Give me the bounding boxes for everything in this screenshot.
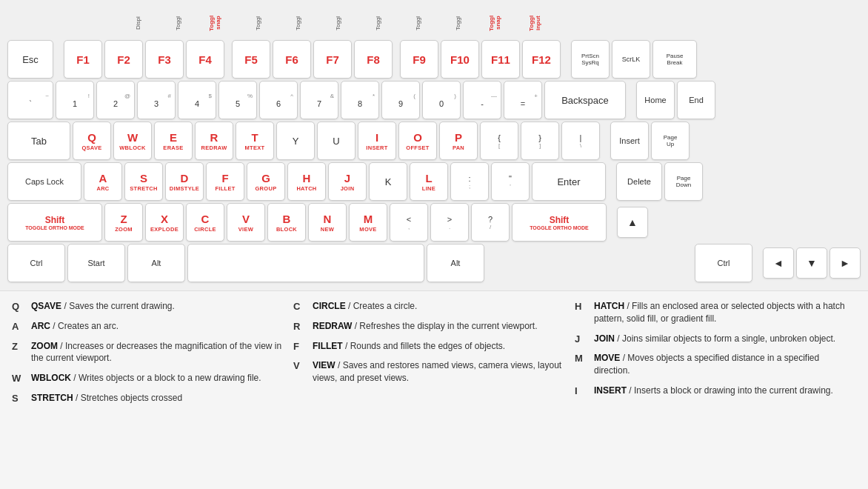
key-c[interactable]: CCIRCLE: [186, 203, 224, 242]
key-period[interactable]: >.: [430, 203, 469, 242]
key-z[interactable]: ZZOOM: [104, 203, 143, 242]
key-scrlk[interactable]: ScrLK: [612, 40, 650, 79]
key-minus[interactable]: —-: [463, 81, 501, 119]
key-d[interactable]: DDIMSTYLE: [165, 162, 204, 201]
key-pagedown[interactable]: PageDown: [664, 162, 703, 201]
desc-col-2: C CIRCLE / Creates a circle. R REDRAW / …: [293, 300, 575, 412]
key-1[interactable]: !1: [56, 81, 94, 119]
key-h[interactable]: HHATCH: [287, 162, 326, 201]
desc-s: S STRETCH / Stretches objects crossed: [12, 392, 286, 405]
key-n[interactable]: NNEW: [308, 203, 347, 242]
desc-col-3: H HATCH / Fills an enclosed area or sele…: [575, 300, 856, 412]
key-rbracket[interactable]: }]: [521, 122, 559, 160]
top-label-7: Toggl: [384, 9, 422, 37]
key-f2[interactable]: F2: [104, 40, 143, 79]
bottom-row: Ctrl Start Alt Alt Ctrl ◄ ▼ ►: [7, 244, 861, 282]
key-f5[interactable]: F5: [232, 40, 270, 79]
key-3[interactable]: #3: [137, 81, 176, 119]
desc-m: M MOVE / Moves objects a specified dista…: [575, 352, 849, 377]
desc-q: Q QSAVE / Saves the current drawing.: [12, 300, 286, 313]
key-4[interactable]: $4: [178, 81, 216, 119]
desc-c: C CIRCLE / Creates a circle.: [293, 300, 567, 313]
key-k[interactable]: K: [369, 162, 407, 201]
key-start[interactable]: Start: [67, 244, 125, 282]
key-ctrl-left[interactable]: Ctrl: [7, 244, 65, 282]
key-x[interactable]: XEXPLODE: [145, 203, 184, 242]
asdf-row: Caps Lock AARC SSTRETCH DDIMSTYLE FFILLE…: [7, 162, 861, 201]
key-shift-left[interactable]: Shift TOGGLE ORTHO MODE: [7, 203, 102, 242]
key-ctrl-right[interactable]: Ctrl: [695, 244, 752, 282]
key-g[interactable]: GGROUP: [247, 162, 285, 201]
key-f9[interactable]: F9: [400, 40, 438, 79]
key-arrow-left[interactable]: ◄: [763, 247, 794, 279]
key-l[interactable]: LLINE: [410, 162, 448, 201]
key-backtick[interactable]: ~ `: [7, 81, 53, 119]
key-2[interactable]: @2: [96, 81, 135, 119]
key-j[interactable]: JJOIN: [328, 162, 367, 201]
key-p[interactable]: PPAN: [439, 122, 478, 160]
key-8[interactable]: *8: [341, 81, 379, 119]
key-f4[interactable]: F4: [186, 40, 224, 79]
key-end[interactable]: End: [677, 81, 715, 119]
key-arrow-down[interactable]: ▼: [796, 247, 827, 279]
key-6[interactable]: ^6: [259, 81, 298, 119]
desc-h: H HATCH / Fills an enclosed area or sele…: [575, 300, 849, 325]
key-pageup[interactable]: PageUp: [651, 122, 690, 160]
key-tab[interactable]: Tab: [7, 122, 70, 160]
key-f12[interactable]: F12: [522, 40, 561, 79]
key-home[interactable]: Home: [636, 81, 675, 119]
key-a[interactable]: AARC: [84, 162, 122, 201]
key-arrow-right[interactable]: ►: [829, 247, 861, 279]
key-delete[interactable]: Delete: [616, 162, 662, 201]
key-backspace[interactable]: Backspace: [544, 81, 626, 119]
key-f1[interactable]: F1: [64, 40, 102, 79]
key-u[interactable]: U: [317, 122, 355, 160]
key-y[interactable]: Y: [276, 122, 315, 160]
key-equals[interactable]: +=: [504, 81, 542, 119]
key-e[interactable]: EERASE: [154, 122, 193, 160]
key-m[interactable]: MMOVE: [349, 203, 387, 242]
key-prtscn[interactable]: PrtScnSysRq: [571, 40, 610, 79]
key-f6[interactable]: F6: [273, 40, 311, 79]
key-arrow-up[interactable]: ▲: [617, 207, 648, 238]
key-capslock[interactable]: Caps Lock: [7, 162, 81, 201]
key-esc[interactable]: Esc: [7, 40, 53, 79]
key-semicolon[interactable]: :;: [450, 162, 489, 201]
key-quote[interactable]: "': [491, 162, 530, 201]
top-label-0: Displ: [104, 9, 142, 37]
descriptions-section: Q QSAVE / Saves the current drawing. A A…: [0, 291, 868, 418]
key-w[interactable]: WWBLOCK: [113, 122, 152, 160]
key-t[interactable]: TMTEXT: [236, 122, 274, 160]
key-insert[interactable]: Insert: [610, 122, 649, 160]
key-i[interactable]: IINSERT: [358, 122, 396, 160]
key-alt-left[interactable]: Alt: [127, 244, 185, 282]
zxcv-row: Shift TOGGLE ORTHO MODE ZZOOM XEXPLODE C…: [7, 203, 861, 242]
key-s[interactable]: SSTRETCH: [124, 162, 163, 201]
key-r[interactable]: RREDRAW: [195, 122, 233, 160]
key-slash[interactable]: ?/: [471, 203, 510, 242]
key-shift-right[interactable]: Shift TOGGLE ORTHO MODE: [512, 203, 607, 242]
key-alt-right[interactable]: Alt: [427, 244, 484, 282]
key-v[interactable]: VVIEW: [227, 203, 265, 242]
key-comma[interactable]: <,: [390, 203, 428, 242]
key-0[interactable]: )0: [422, 81, 461, 119]
key-f11[interactable]: F11: [481, 40, 520, 79]
key-5[interactable]: %5: [218, 81, 257, 119]
key-pause[interactable]: PauseBreak: [652, 40, 697, 79]
key-lbracket[interactable]: {[: [480, 122, 518, 160]
desc-r: R REDRAW / Refreshes the display in the …: [293, 320, 567, 333]
key-9[interactable]: (9: [381, 81, 420, 119]
key-f8[interactable]: F8: [354, 40, 393, 79]
key-b[interactable]: BBLOCK: [267, 203, 306, 242]
key-space[interactable]: [187, 244, 424, 282]
key-7[interactable]: &7: [300, 81, 338, 119]
key-q[interactable]: QQSAVE: [73, 122, 111, 160]
key-backslash[interactable]: |\: [561, 122, 600, 160]
key-f3[interactable]: F3: [145, 40, 184, 79]
key-enter[interactable]: Enter: [532, 162, 606, 201]
key-f7[interactable]: F7: [313, 40, 352, 79]
key-f10[interactable]: F10: [441, 40, 479, 79]
key-o[interactable]: OOFFSET: [398, 122, 437, 160]
top-label-3: Toggl: [224, 9, 262, 37]
key-f[interactable]: FFILLET: [206, 162, 244, 201]
